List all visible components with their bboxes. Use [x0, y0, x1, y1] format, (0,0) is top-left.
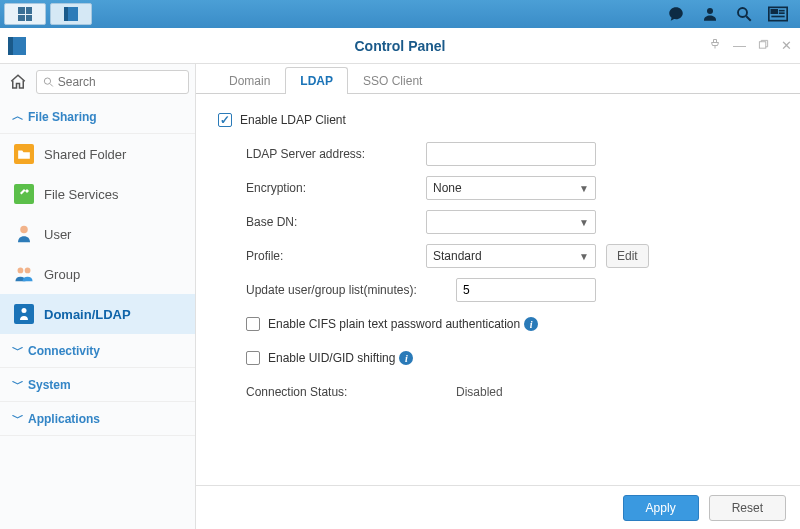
svg-line-2: [746, 16, 751, 21]
chevron-down-icon: ﹀: [12, 410, 22, 427]
profile-value: Standard: [433, 249, 482, 263]
apply-button[interactable]: Apply: [623, 495, 699, 521]
caret-down-icon: ▼: [579, 217, 589, 228]
tab-domain[interactable]: Domain: [214, 67, 285, 94]
section-connectivity[interactable]: ﹀ Connectivity: [0, 334, 195, 368]
search-icon: [43, 76, 54, 88]
search-input[interactable]: [58, 75, 182, 89]
nav-label: File Services: [44, 187, 118, 202]
search-icon[interactable]: [734, 4, 754, 24]
profile-select[interactable]: Standard ▼: [426, 244, 596, 268]
base-dn-select[interactable]: ▼: [426, 210, 596, 234]
svg-line-14: [50, 84, 53, 87]
widgets-icon[interactable]: [768, 4, 788, 24]
taskbar-controlpanel-button[interactable]: [50, 3, 92, 25]
chat-icon[interactable]: [666, 4, 686, 24]
user-icon[interactable]: [700, 4, 720, 24]
section-system[interactable]: ﹀ System: [0, 368, 195, 402]
update-interval-input[interactable]: [456, 278, 596, 302]
connection-status-value: Disabled: [456, 385, 503, 399]
file-services-icon: [14, 184, 34, 204]
svg-point-18: [22, 308, 27, 313]
system-taskbar: [0, 0, 800, 28]
window-titlebar: Control Panel — ✕: [0, 28, 800, 64]
enable-ldap-label: Enable LDAP Client: [240, 113, 346, 127]
window-close-button[interactable]: ✕: [781, 38, 792, 53]
uid-gid-label: Enable UID/GID shifting: [268, 351, 395, 365]
cifs-checkbox[interactable]: [246, 317, 260, 331]
profile-label: Profile:: [246, 249, 426, 263]
sidebar-item-user[interactable]: User: [0, 214, 195, 254]
uid-gid-checkbox[interactable]: [246, 351, 260, 365]
encryption-label: Encryption:: [246, 181, 426, 195]
caret-down-icon: ▼: [579, 183, 589, 194]
reset-button[interactable]: Reset: [709, 495, 786, 521]
section-file-sharing[interactable]: ︿ File Sharing: [0, 100, 195, 134]
chevron-down-icon: ﹀: [12, 376, 22, 393]
info-icon[interactable]: i: [524, 317, 538, 331]
update-interval-label: Update user/group list(minutes):: [246, 283, 456, 297]
sidebar: ︿ File Sharing Shared Folder File Servic…: [0, 64, 196, 529]
server-address-label: LDAP Server address:: [246, 147, 426, 161]
chevron-down-icon: ﹀: [12, 342, 22, 359]
tab-ldap[interactable]: LDAP: [285, 67, 348, 94]
home-button[interactable]: [6, 70, 30, 94]
svg-point-0: [707, 8, 713, 14]
nav-label: Group: [44, 267, 80, 282]
user-icon: [14, 224, 34, 244]
nav-label: Domain/LDAP: [44, 307, 131, 322]
sidebar-search[interactable]: [36, 70, 189, 94]
window-minimize-button[interactable]: —: [733, 38, 746, 53]
folder-icon: [14, 144, 34, 164]
svg-point-13: [44, 78, 50, 84]
domain-ldap-icon: [14, 304, 34, 324]
footer-bar: Apply Reset: [196, 485, 800, 529]
window-app-icon: [8, 37, 26, 55]
svg-point-1: [738, 8, 747, 17]
nav-label: Shared Folder: [44, 147, 126, 162]
svg-rect-12: [759, 42, 765, 48]
base-dn-label: Base DN:: [246, 215, 426, 229]
window-title: Control Panel: [354, 38, 445, 54]
taskbar-apps-button[interactable]: [4, 3, 46, 25]
sidebar-item-file-services[interactable]: File Services: [0, 174, 195, 214]
nav-label: User: [44, 227, 71, 242]
enable-ldap-checkbox[interactable]: ✓: [218, 113, 232, 127]
apps-grid-icon: [18, 7, 32, 21]
sidebar-item-shared-folder[interactable]: Shared Folder: [0, 134, 195, 174]
window-maximize-button[interactable]: [758, 38, 769, 53]
connection-status-label: Connection Status:: [246, 385, 426, 399]
svg-point-17: [25, 268, 31, 274]
sidebar-item-domain-ldap[interactable]: Domain/LDAP: [0, 294, 195, 334]
content-panel: Domain LDAP SSO Client ✓ Enable LDAP Cli…: [196, 64, 800, 529]
cifs-label: Enable CIFS plain text password authenti…: [268, 317, 520, 331]
tab-sso-client[interactable]: SSO Client: [348, 67, 437, 94]
section-applications[interactable]: ﹀ Applications: [0, 402, 195, 436]
encryption-value: None: [433, 181, 462, 195]
encryption-select[interactable]: None ▼: [426, 176, 596, 200]
sidebar-item-group[interactable]: Group: [0, 254, 195, 294]
svg-point-16: [18, 268, 24, 274]
caret-down-icon: ▼: [579, 251, 589, 262]
info-icon[interactable]: i: [399, 351, 413, 365]
svg-rect-4: [771, 10, 777, 13]
control-panel-mini-icon: [64, 7, 78, 21]
ldap-form: ✓ Enable LDAP Client LDAP Server address…: [196, 94, 800, 485]
check-icon: ✓: [220, 114, 230, 126]
profile-edit-button[interactable]: Edit: [606, 244, 649, 268]
tab-bar: Domain LDAP SSO Client: [196, 64, 800, 94]
svg-point-15: [20, 226, 28, 234]
chevron-up-icon: ︿: [12, 108, 22, 125]
server-address-input[interactable]: [426, 142, 596, 166]
group-icon: [14, 264, 34, 284]
window-pin-button[interactable]: [709, 38, 721, 53]
